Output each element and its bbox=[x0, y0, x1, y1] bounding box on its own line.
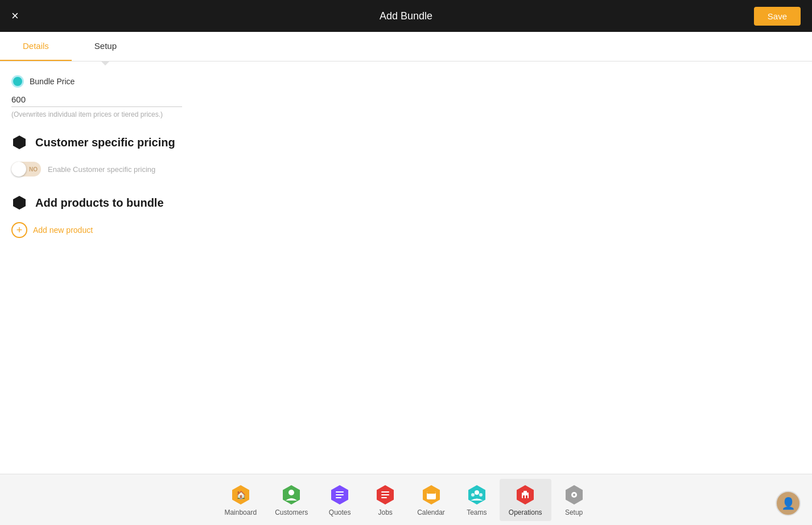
svg-rect-26 bbox=[523, 495, 525, 498]
bottom-nav: 🏠 Mainboard Customers Quotes Jobs bbox=[0, 474, 812, 525]
svg-rect-25 bbox=[524, 491, 527, 493]
svg-point-5 bbox=[288, 490, 294, 495]
add-product-plus-icon: + bbox=[11, 222, 27, 238]
avatar[interactable]: 👤 bbox=[776, 491, 801, 516]
mainboard-label: Mainboard bbox=[224, 508, 257, 516]
add-new-product-label: Add new product bbox=[33, 225, 93, 235]
setup-nav-label: Setup bbox=[565, 508, 583, 516]
nav-item-setup[interactable]: Setup bbox=[551, 479, 597, 521]
nav-item-teams[interactable]: Teams bbox=[454, 479, 500, 521]
bundle-price-label: Bundle Price bbox=[30, 77, 75, 86]
tab-indicator bbox=[101, 61, 110, 65]
svg-text:🏠: 🏠 bbox=[236, 490, 246, 500]
add-products-header: Add products to bundle bbox=[11, 195, 801, 211]
svg-point-20 bbox=[475, 490, 479, 495]
svg-rect-12 bbox=[381, 494, 389, 495]
add-products-title: Add products to bundle bbox=[35, 196, 164, 210]
svg-rect-11 bbox=[381, 491, 389, 493]
customer-pricing-toggle-label: Enable Customer specific pricing bbox=[48, 165, 155, 174]
setup-icon bbox=[563, 483, 586, 506]
operations-icon bbox=[514, 483, 537, 506]
customer-pricing-toggle[interactable]: NO bbox=[11, 162, 41, 177]
toggle-no-label: NO bbox=[29, 166, 38, 173]
header: × Add Bundle Save bbox=[0, 0, 812, 32]
tab-details[interactable]: Details bbox=[0, 32, 72, 61]
jobs-label: Jobs bbox=[378, 508, 392, 516]
svg-rect-8 bbox=[336, 494, 344, 495]
add-products-icon bbox=[11, 195, 27, 211]
svg-marker-1 bbox=[13, 196, 26, 210]
tabs-bar: Details Setup bbox=[0, 32, 812, 61]
calendar-label: Calendar bbox=[417, 508, 445, 516]
add-new-product-row[interactable]: + Add new product bbox=[11, 222, 801, 238]
nav-item-mainboard[interactable]: 🏠 Mainboard bbox=[215, 479, 266, 521]
customer-pricing-icon bbox=[11, 134, 27, 150]
save-button[interactable]: Save bbox=[754, 7, 801, 26]
mainboard-icon: 🏠 bbox=[229, 483, 252, 506]
nav-item-calendar[interactable]: Calendar bbox=[408, 479, 454, 521]
customer-pricing-title: Customer specific pricing bbox=[35, 136, 175, 149]
nav-item-customers[interactable]: Customers bbox=[266, 479, 317, 521]
operations-label: Operations bbox=[509, 508, 542, 516]
svg-point-22 bbox=[479, 493, 483, 497]
jobs-icon bbox=[374, 483, 397, 506]
toggle-knob bbox=[11, 162, 26, 177]
bundle-price-value[interactable]: 600 bbox=[11, 95, 801, 104]
svg-rect-7 bbox=[336, 491, 344, 493]
main-content: Bundle Price 600 (Overwrites individual … bbox=[0, 61, 812, 474]
svg-rect-24 bbox=[522, 493, 529, 498]
customer-pricing-toggle-row: NO Enable Customer specific pricing bbox=[11, 162, 801, 177]
svg-point-21 bbox=[471, 493, 475, 497]
nav-item-jobs[interactable]: Jobs bbox=[362, 479, 408, 521]
nav-item-operations[interactable]: Operations bbox=[500, 479, 551, 521]
svg-rect-16 bbox=[427, 491, 436, 494]
calendar-icon bbox=[420, 483, 443, 506]
page-title: Add Bundle bbox=[380, 10, 432, 22]
teams-icon bbox=[465, 483, 488, 506]
svg-rect-13 bbox=[381, 497, 387, 498]
quotes-icon bbox=[328, 483, 351, 506]
svg-rect-9 bbox=[336, 497, 341, 498]
tab-setup[interactable]: Setup bbox=[72, 32, 139, 61]
customer-pricing-header: Customer specific pricing bbox=[11, 134, 801, 150]
teal-toggle-dot[interactable] bbox=[11, 75, 24, 88]
svg-point-30 bbox=[573, 494, 575, 496]
bundle-price-row: Bundle Price bbox=[11, 75, 801, 88]
teams-label: Teams bbox=[467, 508, 487, 516]
close-button[interactable]: × bbox=[11, 10, 19, 22]
customers-label: Customers bbox=[275, 508, 308, 516]
avatar-icon: 👤 bbox=[781, 497, 795, 510]
nav-item-quotes[interactable]: Quotes bbox=[317, 479, 362, 521]
quotes-label: Quotes bbox=[329, 508, 351, 516]
svg-rect-27 bbox=[526, 495, 527, 498]
svg-marker-0 bbox=[13, 136, 26, 149]
bundle-price-hint: (Overwrites individual item prices or ti… bbox=[11, 110, 801, 118]
price-divider bbox=[11, 106, 182, 107]
customers-icon bbox=[280, 483, 303, 506]
